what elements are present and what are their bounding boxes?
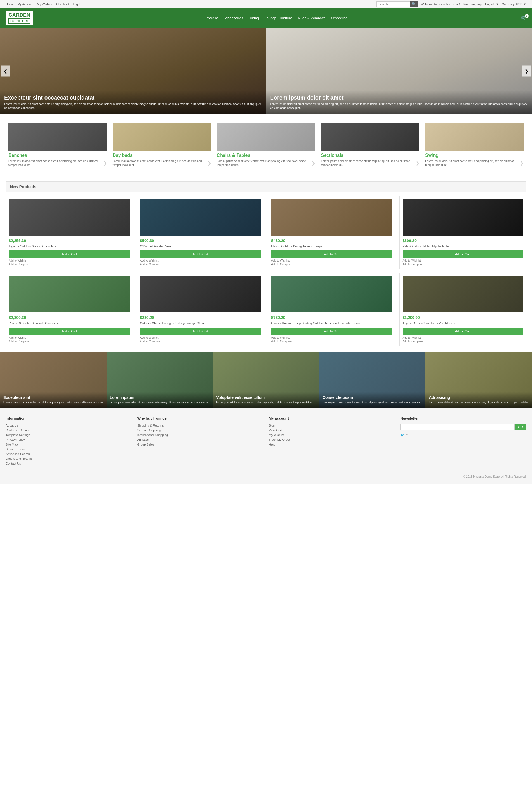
- add-to-cart-btn-1[interactable]: Add to Cart: [140, 250, 261, 258]
- add-to-compare-5[interactable]: Add to Compare: [140, 340, 261, 343]
- category-daybeds[interactable]: Day beds Lorem ipsum dolor sit amet cons…: [110, 120, 214, 170]
- banner-item-0[interactable]: Excepteur sint Lorem ipsum dolor sit ame…: [0, 351, 107, 407]
- product-card-4: $2,800.30 Riviera 3 Seater Sofa with Cus…: [5, 273, 133, 346]
- add-to-cart-btn-2[interactable]: Add to Cart: [271, 250, 392, 258]
- product-card-7: $1,200.90 Anjuna Bed in Chocolate - Zuo …: [399, 273, 527, 346]
- top-bar: Home My Account My Wishlist Checkout Log…: [0, 0, 532, 8]
- add-to-compare-4[interactable]: Add to Compare: [9, 340, 130, 343]
- search-button[interactable]: 🔍: [410, 1, 418, 7]
- add-to-cart-btn-0[interactable]: Add to Cart: [9, 250, 130, 258]
- footer-link-track-order[interactable]: Track My Order: [269, 438, 395, 441]
- facebook-icon[interactable]: f: [406, 433, 407, 437]
- nav-checkout[interactable]: Checkout: [56, 2, 69, 6]
- add-to-compare-0[interactable]: Add to Compare: [9, 263, 130, 266]
- add-to-wishlist-1[interactable]: Add to Wishlist: [140, 259, 261, 262]
- nav-accent[interactable]: Accent: [207, 16, 218, 20]
- footer-link-customer[interactable]: Customer Service: [5, 428, 132, 432]
- product-name-5: Outdoor Chaise Lounge - Sidney Lounge Ch…: [140, 321, 261, 325]
- hero-right: Lorem ipsum dolor sit amet Lorem ipsum d…: [266, 28, 532, 114]
- footer-link-orders[interactable]: Orders and Returns: [5, 457, 132, 460]
- product-links-6: Add to Wishlist Add to Compare: [271, 336, 392, 343]
- add-to-compare-6[interactable]: Add to Compare: [271, 340, 392, 343]
- add-to-cart-btn-5[interactable]: Add to Cart: [140, 328, 261, 335]
- category-swing[interactable]: Swing Lorem ipsum dolor sit amet conse c…: [422, 120, 527, 170]
- banner-overlay-3: Conse ctetuusm Lorem ipsum dolor sit ame…: [319, 392, 426, 407]
- footer-link-about[interactable]: About Us: [5, 424, 132, 427]
- product-links-7: Add to Wishlist Add to Compare: [403, 336, 524, 343]
- footer-link-signin[interactable]: Sign In: [269, 424, 395, 427]
- footer-link-contact[interactable]: Contact Us: [5, 462, 132, 465]
- nav-accessories[interactable]: Accessories: [223, 16, 243, 20]
- footer-link-wishlist[interactable]: My Wishlist: [269, 433, 395, 437]
- banner-desc-1: Lorem ipsum dolor sit amet conse ctetur …: [110, 401, 210, 404]
- logo[interactable]: GARDEN FURNITURE: [5, 11, 33, 25]
- category-swing-img: [425, 123, 524, 151]
- footer-link-template[interactable]: Template Settings: [5, 433, 132, 437]
- banner-item-2[interactable]: Voluptate velit esse cillum Lorem ipsum …: [213, 351, 319, 407]
- nav-myaccount[interactable]: My Account: [17, 2, 33, 6]
- nav-dining[interactable]: Dining: [249, 16, 259, 20]
- currency-selector[interactable]: Currency: USD ▼: [502, 2, 527, 6]
- add-to-wishlist-4[interactable]: Add to Wishlist: [9, 336, 130, 339]
- category-benches[interactable]: Benches Lorem ipsum dolor sit amet conse…: [5, 120, 110, 170]
- add-to-wishlist-5[interactable]: Add to Wishlist: [140, 336, 261, 339]
- cart-icon[interactable]: 🛒 0: [521, 15, 527, 21]
- banner-item-1[interactable]: Lorem ipsum Lorem ipsum dolor sit amet c…: [107, 351, 213, 407]
- add-to-cart-btn-7[interactable]: Add to Cart: [403, 328, 524, 335]
- nav-umbrellas[interactable]: Umbrellas: [331, 16, 347, 20]
- nav-login[interactable]: Log In: [73, 2, 82, 6]
- twitter-icon[interactable]: 🐦: [400, 433, 404, 437]
- add-to-compare-3[interactable]: Add to Compare: [403, 263, 524, 266]
- footer-link-search-terms[interactable]: Search Terms: [5, 447, 132, 451]
- product-links-4: Add to Wishlist Add to Compare: [9, 336, 130, 343]
- product-price-5: $230.20: [140, 315, 261, 320]
- footer-link-affiliates[interactable]: Affiliates: [137, 438, 263, 441]
- footer-link-sitemap[interactable]: Site Map: [5, 443, 132, 446]
- rss-icon[interactable]: ⊞: [410, 433, 412, 437]
- nav-home[interactable]: Home: [5, 2, 14, 6]
- footer-grid: Information About Us Customer Service Te…: [5, 416, 527, 466]
- footer-link-privacy[interactable]: Privacy Policy: [5, 438, 132, 441]
- add-to-cart-btn-3[interactable]: Add to Cart: [403, 250, 524, 258]
- language-selector[interactable]: Your Language: English ▼: [463, 2, 499, 6]
- footer-my-account-title: My account: [269, 416, 395, 420]
- banner-item-3[interactable]: Conse ctetuusm Lorem ipsum dolor sit ame…: [319, 351, 426, 407]
- add-to-compare-1[interactable]: Add to Compare: [140, 263, 261, 266]
- footer-link-secure[interactable]: Secure Shopping: [137, 428, 263, 432]
- category-benches-img: [8, 123, 107, 151]
- footer-link-group-sales[interactable]: Group Sales: [137, 443, 263, 446]
- add-to-compare-2[interactable]: Add to Compare: [271, 263, 392, 266]
- banner-overlay-4: Adipisicing Lorem ipsum dolor sit amet c…: [425, 392, 532, 407]
- footer-link-advanced-search[interactable]: Advanced Search: [5, 452, 132, 456]
- add-to-wishlist-0[interactable]: Add to Wishlist: [9, 259, 130, 262]
- category-sectionals[interactable]: Sectionals Lorem ipsum dolor sit amet co…: [318, 120, 422, 170]
- product-img-2: [271, 199, 392, 236]
- add-to-wishlist-6[interactable]: Add to Wishlist: [271, 336, 392, 339]
- top-bar-right: 🔍 Welcome to our online store! Your Lang…: [376, 1, 527, 7]
- add-to-cart-btn-4[interactable]: Add to Cart: [9, 328, 130, 335]
- add-to-cart-btn-6[interactable]: Add to Cart: [271, 328, 392, 335]
- category-chairs-tables[interactable]: Chairs & Tables Lorem ipsum dolor sit am…: [214, 120, 318, 170]
- footer-link-international[interactable]: International Shopping: [137, 433, 263, 437]
- nav-rugs-windows[interactable]: Rugs & Windows: [298, 16, 325, 20]
- footer-link-help[interactable]: Help: [269, 443, 395, 446]
- footer-link-shipping[interactable]: Shipping & Returns: [137, 424, 263, 427]
- banner-desc-0: Lorem ipsum dolor sit amet conse ctetur …: [3, 401, 103, 404]
- nav-mywishlist[interactable]: My Wishlist: [37, 2, 53, 6]
- hero-next-btn[interactable]: ❯: [522, 66, 531, 77]
- category-sectionals-img: [321, 123, 419, 151]
- product-card-0: $2,255.30 Algarva Outdoor Sofa in Chocol…: [5, 196, 133, 269]
- category-swing-arrow: ❯: [520, 160, 524, 166]
- banner-item-4[interactable]: Adipisicing Lorem ipsum dolor sit amet c…: [425, 351, 532, 407]
- footer-link-view-cart[interactable]: View Cart: [269, 428, 395, 432]
- add-to-compare-7[interactable]: Add to Compare: [403, 340, 524, 343]
- newsletter-submit-btn[interactable]: Go!: [515, 424, 527, 431]
- add-to-wishlist-2[interactable]: Add to Wishlist: [271, 259, 392, 262]
- newsletter-input[interactable]: [400, 424, 515, 431]
- search-input[interactable]: [376, 1, 410, 7]
- add-to-wishlist-3[interactable]: Add to Wishlist: [403, 259, 524, 262]
- product-price-4: $2,800.30: [9, 315, 130, 320]
- add-to-wishlist-7[interactable]: Add to Wishlist: [403, 336, 524, 339]
- hero-prev-btn[interactable]: ❮: [1, 66, 10, 77]
- nav-lounge[interactable]: Lounge Furniture: [264, 16, 292, 20]
